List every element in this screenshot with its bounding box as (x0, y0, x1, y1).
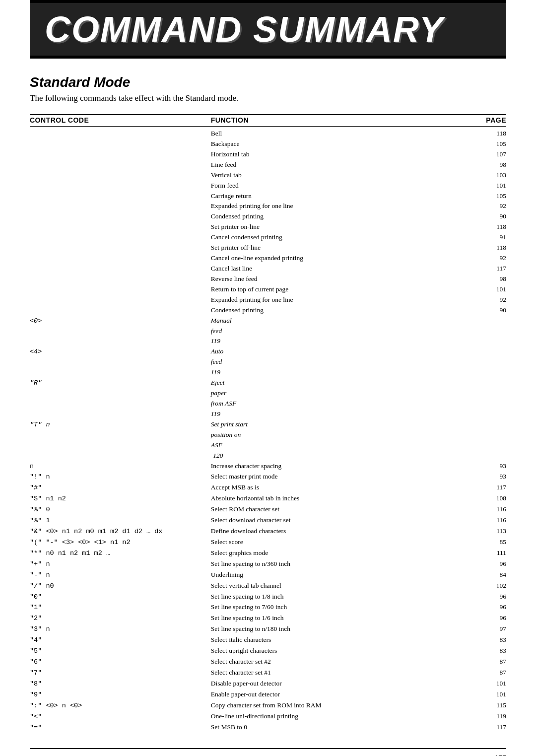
row-page: 92 (435, 201, 506, 211)
row-page: 101 (435, 181, 506, 191)
table-row: Backspace 105 (30, 139, 506, 149)
row-code: "%" 1 (30, 516, 211, 526)
row-page: 101 (435, 284, 506, 295)
row-code: "!" n (30, 472, 211, 482)
row-page: 98 (435, 274, 506, 284)
table-row: "!" n Select master print mode 93 (30, 472, 506, 482)
row-function: Vertical tab (211, 170, 435, 181)
table-row: Horizontal tab 107 (30, 149, 506, 160)
row-page: 118 (435, 129, 506, 139)
row-function: Cancel one-line expanded printing (211, 253, 435, 264)
table-row: "3" n Set line spacing to n/180 inch 97 (30, 624, 506, 635)
table-row: "7" Select character set #1 87 (30, 668, 506, 679)
row-page: 119 (211, 409, 220, 419)
row-code: "8" (30, 679, 211, 689)
table-row: "6" Select character set #2 87 (30, 657, 506, 668)
table-row: "R" Eject paper from ASF 119 (30, 378, 506, 419)
row-page: 97 (435, 624, 506, 634)
row-page: 96 (435, 592, 506, 602)
row-function: Increase character spacing (211, 461, 435, 472)
row-function: Define download characters (211, 526, 435, 537)
row-page: 92 (435, 253, 506, 264)
table-row: "*" n0 n1 n2 m1 m2 … Select graphics mod… (30, 548, 506, 559)
row-code: n (30, 462, 211, 472)
row-page: 120 (211, 451, 223, 461)
table-row: "4" Select italic characters 83 (30, 635, 506, 646)
table-row: "%" 1 Select download character set 116 (30, 515, 506, 526)
row-code: "&" <0> n1 n2 m0 m1 m2 d1 d2 … dx (30, 527, 211, 537)
row-function: Select ROM character set (211, 504, 435, 515)
row-page: 101 (435, 689, 506, 700)
row-page: 91 (435, 232, 506, 243)
row-function: Set line spacing to 7/60 inch (211, 602, 435, 613)
row-page: 90 (435, 211, 506, 222)
table-row: "S" n1 n2 Absolute horizontal tab in inc… (30, 493, 506, 504)
row-function: Select graphics mode (211, 548, 435, 558)
table-row: "5" Select upright characters 83 (30, 646, 506, 657)
row-function: Eject paper from ASF (211, 378, 238, 409)
table-bottom-rule (30, 748, 506, 749)
section-title: Standard Mode (30, 74, 506, 90)
row-code: ":" <0> n <0> (30, 701, 211, 711)
table-row: Cancel condensed printing 91 (30, 232, 506, 243)
row-page: 105 (435, 139, 506, 149)
row-function: Select upright characters (211, 646, 435, 656)
table-row: Carriage return 105 (30, 191, 506, 202)
row-function: Auto feed (211, 346, 223, 367)
row-function: Accept MSB as is (211, 482, 435, 493)
row-page: 118 (435, 222, 506, 232)
table-row: <4> Auto feed 119 (30, 346, 506, 378)
row-page: 107 (435, 149, 506, 160)
row-code: "4" (30, 635, 211, 646)
row-function: Copy character set from ROM into RAM (211, 700, 435, 711)
row-code: "6" (30, 657, 211, 668)
table-row: n Increase character spacing 93 (30, 461, 506, 472)
table-headers: CONTROL CODE FUNCTION PAGE (30, 116, 506, 127)
row-function: Condensed printing (211, 211, 435, 222)
row-page: 84 (435, 570, 506, 580)
row-page: 93 (435, 472, 506, 482)
row-function: Return to top of current page (211, 284, 435, 295)
row-page: 119 (435, 711, 506, 722)
row-page: 83 (435, 646, 506, 656)
table-row: <0> Manual feed 119 (30, 316, 506, 347)
table-row: "T" n Set print start position on ASF 12… (30, 419, 506, 461)
table-row: "#" Accept MSB as is 117 (30, 482, 506, 493)
table-row: "0" Set line spacing to 1/8 inch 96 (30, 592, 506, 603)
row-function: Cancel last line (211, 264, 435, 274)
row-page: 116 (435, 515, 506, 526)
row-function: Set MSB to 0 (211, 722, 435, 733)
row-function: Set line spacing to 1/8 inch (211, 592, 435, 602)
row-code: <4> (30, 347, 211, 357)
row-function: Absolute horizontal tab in inches (211, 493, 435, 504)
row-function: Cancel condensed printing (211, 232, 435, 243)
row-code: "<" (30, 712, 211, 722)
table-row: Set printer on-line 118 (30, 222, 506, 232)
table-row: Line feed 98 (30, 160, 506, 170)
row-page: 92 (435, 295, 506, 305)
row-function: Form feed (211, 181, 435, 191)
row-function: Select download character set (211, 515, 435, 526)
table-row: "-" n Underlining 84 (30, 570, 506, 581)
table-row: Expanded printing for one line 92 (30, 295, 506, 305)
row-page: 117 (435, 482, 506, 493)
row-function: Set line spacing to n/180 inch (211, 624, 435, 634)
row-function: Carriage return (211, 191, 435, 202)
row-page: 83 (435, 635, 506, 645)
row-function: One-line uni-directional printing (211, 711, 435, 722)
col-header-page: PAGE (435, 116, 506, 124)
table-row: "&" <0> n1 n2 m0 m1 m2 d1 d2 … dx Define… (30, 526, 506, 537)
row-function: Select score (211, 537, 435, 548)
row-page: 103 (435, 170, 506, 181)
col-header-code: CONTROL CODE (30, 116, 211, 124)
row-code: "5" (30, 646, 211, 657)
table-row: Bell 118 (30, 129, 506, 139)
row-page: 85 (435, 537, 506, 548)
header-banner: COMMAND SUMMARY (30, 0, 506, 59)
table-row: Expanded printing for one line 92 (30, 201, 506, 211)
row-code: "-" n (30, 570, 211, 581)
intro-text: The following commands take effect with … (30, 93, 506, 103)
row-code: <0> (30, 316, 211, 327)
row-code: "S" n1 n2 (30, 494, 211, 504)
table-row: "/" n0 Select vertical tab channel 102 (30, 581, 506, 592)
